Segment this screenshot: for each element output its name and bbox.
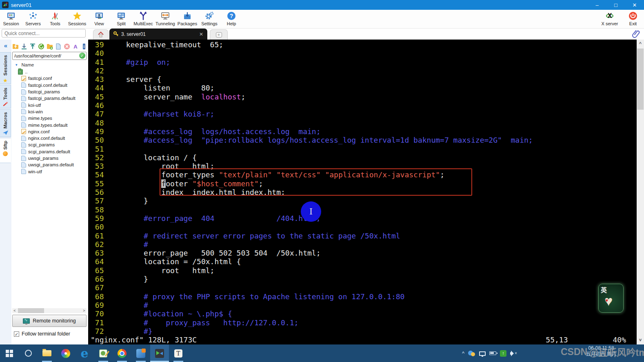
close-button[interactable]: ✕ [625,0,644,10]
download-button[interactable] [21,43,27,50]
quick-connect-input[interactable] [2,29,86,38]
file-row[interactable]: fastcgi.conf.default [12,82,87,88]
taskbar-explorer-button[interactable] [38,344,56,362]
tray-expand-chevron[interactable]: ^ [462,350,464,356]
refresh-button[interactable] [38,43,44,50]
encoding-button[interactable]: A [72,43,79,50]
file-row[interactable]: win-utf [12,168,87,174]
file-row[interactable]: fastcgi_params.default [12,95,87,102]
hscroll-thumb[interactable] [18,308,44,313]
file-row[interactable]: fastcgi_params [12,88,87,95]
folder-up-button[interactable] [12,43,19,50]
help-button[interactable]: ? Help [220,10,242,28]
terminal-scrollbar[interactable]: ^ v [637,40,644,344]
scrollbar-up-button[interactable]: ^ [637,40,644,47]
mobaxterm-icon [155,349,164,358]
info-button[interactable]: i [81,43,87,50]
remote-monitoring-label: Remote monitoring [33,318,76,324]
settings-button[interactable]: Settings [198,10,220,28]
packages-button[interactable]: Packages [176,10,198,28]
scrollbar-down-button[interactable]: v [637,336,644,343]
view-button[interactable]: View [88,10,110,28]
multiexec-button[interactable]: MultiExec [132,10,154,28]
split-button[interactable]: Split [110,10,132,28]
taskbar-mobaxterm-button[interactable] [150,344,169,362]
start-button[interactable] [0,344,19,362]
sftp-panel: A i ✓ ▾ Name ..fastcgi.conffastcgi.conf.… [11,40,88,344]
tray-update-icon[interactable]: ↑ [500,350,506,357]
terminal-line: 67 [91,283,533,292]
exit-button[interactable]: Exit [622,10,644,28]
tools-tab-icon [3,102,8,107]
tab-bar: 3. server01 ✕ + [0,29,644,40]
paperclip-icon[interactable] [632,29,641,38]
file-row[interactable]: uwsgi_params.default [12,161,87,168]
tools-button[interactable]: Tools [44,10,66,28]
taskbar-typora-button[interactable]: T [169,344,188,362]
tray-display-icon[interactable] [479,351,486,356]
file-row[interactable]: scgi_params [12,141,87,148]
tray-weather-icon[interactable] [468,351,475,356]
maximize-button[interactable]: □ [606,0,625,10]
file-row[interactable]: mime.types.default [12,121,87,128]
tunneling-button[interactable]: Tunneling [154,10,176,28]
collapse-sidebar-button[interactable]: « [1,42,11,50]
scrollbar-thumb[interactable] [637,49,644,110]
sidebar-tab-macros[interactable]: Macros [0,109,11,137]
sidebar-tab-sftp[interactable]: Sftp [0,138,11,163]
delete-button[interactable] [64,43,70,50]
new-file-button[interactable] [55,43,62,50]
file-row[interactable]: fastcgi.conf [12,75,87,82]
tab-close-icon[interactable]: ✕ [199,31,203,37]
tray-battery-icon[interactable] [489,351,496,355]
taskbar-editor-button[interactable] [94,344,113,362]
upload-button[interactable] [29,43,36,50]
servers-button[interactable]: Servers [22,10,44,28]
minimize-button[interactable]: – [588,0,606,10]
name-column-header[interactable]: ▾ Name [12,62,87,68]
sidebar-tab-sessions[interactable]: Sessions ★ [0,52,11,84]
x-server-button[interactable]: X X server [597,10,622,28]
taskbar-vmware-button[interactable] [131,344,150,362]
name-header-label: Name [22,62,34,67]
view-label: View [94,21,104,26]
file-row[interactable]: nginx.conf.default [12,135,87,141]
file-row[interactable]: uwsgi_params [12,155,87,161]
file-row[interactable]: nginx.conf [12,128,87,135]
taskbar-browser-button[interactable] [56,344,75,362]
folder-up-icon [18,69,23,75]
file-row[interactable]: scgi_params.default [12,148,87,155]
tab-server01[interactable]: 3. server01 ✕ [109,29,207,40]
sidebar-tab-tools[interactable]: Tools [0,85,11,108]
tray-volume-muted-icon[interactable]: × [510,351,517,356]
hscroll-left-button[interactable]: < [12,308,17,313]
taskbar-edge-button[interactable]: e [75,344,94,362]
taskbar-chrome-button[interactable] [113,344,131,362]
ime-badge[interactable]: 英 ♥ ♥ [598,284,624,313]
file-name: nginx.conf.default [28,136,65,141]
sessions-button[interactable]: Sessions [66,10,88,28]
file-row[interactable]: mime.types [12,115,87,121]
remote-path-input[interactable] [12,52,87,60]
path-go-button[interactable]: ✓ [79,53,85,59]
file-row[interactable]: koi-utf [12,102,87,108]
chrome-icon [118,349,127,358]
monitoring-icon [23,318,30,324]
cortana-button[interactable] [19,344,38,362]
new-folder-button[interactable] [47,43,53,50]
terminal-line: 41 #gzip on; [91,58,533,66]
new-tab-button[interactable]: + [210,29,228,40]
home-tab[interactable] [93,29,109,40]
hscroll-right-button[interactable]: > [82,308,87,313]
terminal-line: 48 [91,119,533,127]
follow-terminal-folder-checkbox[interactable]: ✓ [14,331,19,337]
file-row[interactable]: .. [12,68,87,75]
session-button[interactable]: Session [0,10,22,28]
mouse-cursor-highlight: I [301,201,321,222]
terminal-line: 39 keepalive_timeout 65; [91,40,533,49]
remote-monitoring-button[interactable]: Remote monitoring [12,315,87,327]
file-name: scgi_params.default [28,149,70,154]
horizontal-scrollbar[interactable]: < > [12,308,87,313]
file-row[interactable]: koi-win [12,108,87,115]
split-icon [116,11,126,21]
